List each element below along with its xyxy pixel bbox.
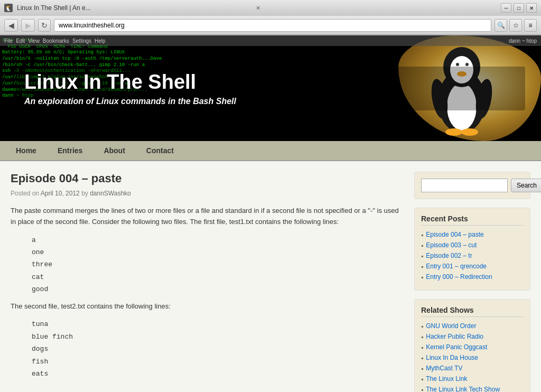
tab-title: Linux In The Shell | An e... (17, 4, 249, 12)
maximize-button[interactable]: □ (514, 3, 524, 13)
file1-code-block: a one three cat good (32, 234, 404, 296)
menu-icon[interactable]: ≡ (524, 19, 537, 32)
browser-toolbar: ◀ ▶ ↻ 🔍 ☆ ≡ (0, 16, 541, 35)
search-widget: Search (414, 172, 530, 199)
main-layout: Episode 004 – paste Posted on April 10, … (0, 161, 541, 392)
recent-post-link-0[interactable]: Episode 004 – paste (426, 231, 483, 238)
list-item: GNU World Order (421, 322, 524, 330)
list-item: Episode 004 – paste (421, 231, 524, 239)
nav-link-about[interactable]: About (93, 141, 135, 160)
terminal-top-bar: File Edit View Bookmarks Settings Help d… (0, 35, 541, 46)
nav-item-contact[interactable]: Contact (136, 141, 184, 160)
site-title: Linux In The Shell (24, 71, 517, 94)
page-wrapper: dann ~ htop PID USER CPU% MEM% TIME+ Com… (0, 35, 541, 392)
nav-item-about[interactable]: About (93, 141, 135, 160)
related-show-link-2[interactable]: Kernel Panic Oggcast (426, 343, 487, 351)
site-nav: Home Entries About Contact (0, 141, 541, 161)
minimize-button[interactable]: ─ (501, 3, 511, 13)
recent-posts-list: Episode 004 – paste Episode 003 – cut Ep… (421, 231, 524, 281)
list-item: Entry 001 – qrencode (421, 263, 524, 270)
nav-item-entries[interactable]: Entries (47, 141, 93, 160)
related-show-link-6[interactable]: The Linux Link Tech Show (426, 386, 500, 392)
nav-link-contact[interactable]: Contact (136, 141, 184, 160)
toolbar-right: 🔍 ☆ ≡ (495, 19, 537, 32)
posted-on-label: Posted on (11, 190, 39, 197)
bookmark-icon[interactable]: ☆ (509, 19, 522, 32)
code-line-3: three (32, 258, 404, 270)
related-shows-list: GNU World Order Hacker Public Radio Kern… (421, 322, 524, 392)
search-input[interactable] (421, 179, 508, 192)
code-line-8: dogs (32, 343, 404, 355)
nav-link-home[interactable]: Home (5, 141, 47, 160)
file2-code-block: tuna blue finch dogs fish eats (32, 318, 404, 380)
address-bar[interactable] (54, 19, 491, 32)
code-line-4: cat (32, 271, 404, 283)
search-button[interactable]: Search (511, 179, 541, 192)
tab-close-icon[interactable]: ✕ (256, 5, 260, 12)
list-item: The Linux Link (421, 375, 524, 383)
article-meta: Posted on April 10, 2012 by dannSWashko (11, 190, 404, 197)
sidebar: Search Recent Posts Episode 004 – paste … (414, 172, 530, 392)
article-paragraph-1: The paste command merges the lines of tw… (11, 206, 404, 228)
code-line-5: good (32, 283, 404, 295)
related-show-link-0[interactable]: GNU World Order (426, 322, 476, 330)
code-line-6: tuna (32, 318, 404, 330)
list-item: Episode 002 – tr (421, 252, 524, 260)
article-paragraph-2: The second file, test2.txt contains the … (11, 301, 404, 312)
code-line-1: a (32, 234, 404, 246)
nav-item-home[interactable]: Home (5, 141, 47, 160)
forward-button[interactable]: ▶ (21, 19, 35, 32)
recent-post-link-1[interactable]: Episode 003 – cut (426, 241, 477, 249)
article-body: The paste command merges the lines of tw… (11, 206, 404, 380)
recent-posts-widget: Recent Posts Episode 004 – paste Episode… (414, 208, 530, 291)
reload-button[interactable]: ↻ (38, 19, 51, 32)
tab-favicon: 🐧 (4, 4, 13, 12)
site-title-overlay: Linux In The Shell An exploration of Lin… (0, 35, 541, 141)
content-area: Episode 004 – paste Posted on April 10, … (11, 172, 414, 392)
by-label: by (81, 190, 88, 197)
code-line-9: fish (32, 356, 404, 368)
list-item: MythCast TV (421, 365, 524, 372)
article-date[interactable]: April 10, 2012 (41, 190, 80, 197)
related-show-link-3[interactable]: Linux In Da House (426, 354, 478, 361)
list-item: Episode 003 – cut (421, 241, 524, 249)
related-show-link-1[interactable]: Hacker Public Radio (426, 333, 483, 340)
list-item: Hacker Public Radio (421, 333, 524, 341)
nav-list: Home Entries About Contact (0, 141, 541, 160)
code-line-10: eats (32, 368, 404, 380)
code-line-2: one (32, 246, 404, 258)
code-line-7: blue finch (32, 331, 404, 343)
close-button[interactable]: ✕ (526, 3, 537, 13)
article-author[interactable]: dannSWashko (90, 190, 131, 197)
related-shows-title: Related Shows (421, 306, 524, 317)
recent-post-link-2[interactable]: Episode 002 – tr (426, 252, 472, 259)
related-shows-widget: Related Shows GNU World Order Hacker Pub… (414, 299, 530, 392)
list-item: Kernel Panic Oggcast (421, 343, 524, 351)
nav-link-entries[interactable]: Entries (47, 141, 93, 160)
browser-search-icon[interactable]: 🔍 (495, 19, 507, 32)
related-show-link-5[interactable]: The Linux Link (426, 375, 467, 382)
browser-chrome: 🐧 Linux In The Shell | An e... ✕ ─ □ ✕ ◀… (0, 0, 541, 35)
related-show-link-4[interactable]: MythCast TV (426, 365, 462, 372)
list-item: The Linux Link Tech Show (421, 386, 524, 392)
site-tagline: An exploration of Linux commands in the … (24, 97, 517, 106)
site-header: dann ~ htop PID USER CPU% MEM% TIME+ Com… (0, 35, 541, 141)
article-title: Episode 004 – paste (11, 172, 404, 185)
back-button[interactable]: ◀ (4, 19, 18, 32)
window-controls: ─ □ ✕ (501, 3, 537, 13)
recent-posts-title: Recent Posts (421, 214, 524, 226)
recent-post-link-3[interactable]: Entry 001 – qrencode (426, 263, 487, 270)
recent-post-link-4[interactable]: Entry 000 – Redirection (426, 273, 492, 281)
list-item: Linux In Da House (421, 354, 524, 362)
list-item: Entry 000 – Redirection (421, 273, 524, 281)
title-bar: 🐧 Linux In The Shell | An e... ✕ ─ □ ✕ (0, 0, 541, 16)
article: Episode 004 – paste Posted on April 10, … (11, 172, 404, 380)
